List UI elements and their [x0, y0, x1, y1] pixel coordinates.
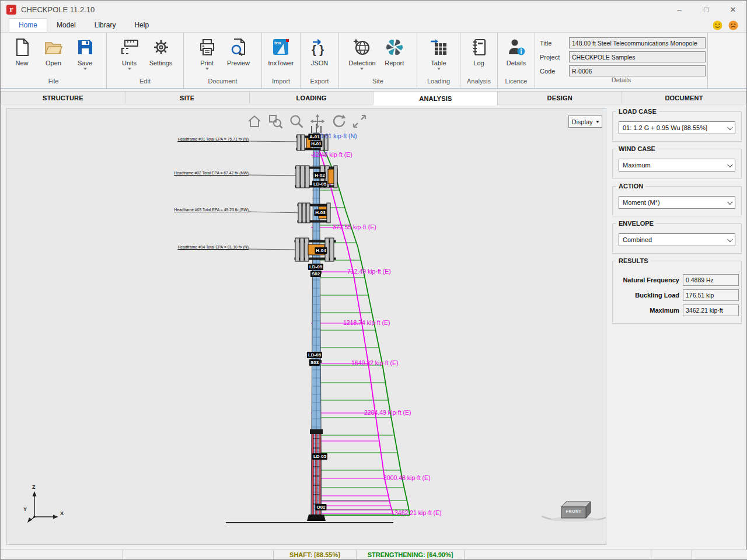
ribbon-spacer [708, 33, 746, 88]
envelope-label: ENVELOPE [616, 220, 656, 227]
group-label-edit: Edit [107, 78, 183, 88]
save-dropdown-arrow-icon[interactable] [83, 68, 87, 70]
group-label-analysis: Analysis [460, 78, 497, 88]
tab-site[interactable]: SITE [125, 91, 250, 104]
app-logo-icon: r [6, 5, 16, 15]
moment-label: 3462.21 kip·ft (E) [395, 509, 442, 516]
tab-document[interactable]: DOCUMENT [622, 91, 746, 104]
envelope-select[interactable]: Combined [619, 233, 735, 246]
results-group: RESULTS Natural Frequency 0.4889 Hz Buck… [612, 261, 742, 324]
new-button[interactable]: New [7, 35, 37, 66]
svg-text:tnx: tnx [274, 40, 282, 46]
buckling-load-value: 176.51 kip [683, 289, 739, 301]
fullscreen-button[interactable] [351, 113, 367, 129]
envelope-group: ENVELOPE Combined [612, 223, 742, 254]
ribbon-group-site: Detection Report [339, 33, 417, 88]
menu-library[interactable]: Library [85, 19, 125, 32]
chevron-down-icon [727, 162, 733, 167]
report-button[interactable]: Report [379, 35, 410, 66]
print-icon [198, 37, 217, 58]
action-select[interactable]: Moment (M*) [619, 196, 735, 209]
status-cell [123, 550, 274, 559]
save-floppy-icon [76, 37, 95, 58]
wind-case-label: WIND CASE [616, 145, 658, 152]
headframe-4-callout: Headframe #04 Total EPA = 81.10 ft² (N) [167, 245, 249, 249]
detection-dropdown-arrow-icon[interactable] [360, 68, 364, 70]
table-dropdown-arrow-icon[interactable] [437, 68, 441, 70]
pole-tag: LD-05 [312, 181, 327, 187]
natural-frequency-value: 0.4889 Hz [683, 274, 739, 286]
project-field[interactable]: CHECKPOLE Samples [569, 51, 706, 62]
display-dropdown-button[interactable]: Display [568, 116, 602, 128]
pole-tag: S03 [309, 359, 320, 366]
app-window: r CHECKPOLE 11.2.10 – □ ✕ Home Model Lib… [0, 0, 747, 560]
group-label-details: Details [535, 76, 707, 87]
tnxtower-button[interactable]: tnx tnxTower [266, 35, 296, 66]
chevron-down-icon [727, 124, 733, 130]
table-button[interactable]: Table [424, 35, 454, 70]
load-case-select[interactable]: 01: 1.2 G + 0.95 Wu [88.55%] [619, 121, 735, 134]
settings-button[interactable]: Settings [146, 35, 176, 66]
preview-icon [229, 37, 248, 58]
details-button[interactable]: Details [501, 35, 532, 66]
sad-feedback-icon[interactable] [728, 20, 738, 30]
print-dropdown-arrow-icon[interactable] [205, 68, 209, 70]
minimize-button[interactable]: – [666, 1, 693, 18]
moment-label: 712.49 kip·ft (E) [347, 268, 391, 275]
tab-analysis[interactable]: ANALYSIS [374, 91, 498, 106]
title-field-label: Title [540, 40, 566, 47]
moment-envelope-east [316, 142, 393, 515]
moment-envelope-combined [317, 142, 410, 515]
title-field[interactable]: 148.00 ft Steel Telecommunications Monop… [569, 37, 706, 48]
axis-y-label: Y [23, 506, 27, 512]
results-label: RESULTS [616, 257, 651, 264]
chevron-down-icon [727, 199, 733, 205]
tab-structure[interactable]: STRUCTURE [1, 91, 125, 104]
group-label-export: Export [301, 78, 338, 88]
detection-button[interactable]: Detection [346, 35, 378, 70]
home-view-button[interactable] [246, 113, 262, 129]
analysis-view: Display Headframe #01 Total EPA = 75.71 … [1, 104, 746, 551]
zoom-window-button[interactable] [267, 113, 283, 129]
strengthening-utilization-status: STRENGTHENING: [64.90%] [357, 550, 465, 559]
log-button[interactable]: Log [464, 35, 494, 66]
units-dropdown-arrow-icon[interactable] [128, 68, 131, 70]
menu-help[interactable]: Help [125, 19, 158, 32]
tab-design[interactable]: DESIGN [498, 91, 622, 104]
pan-button[interactable] [309, 113, 325, 129]
code-field[interactable]: R-0006 [569, 65, 706, 76]
save-button[interactable]: Save [70, 35, 100, 70]
json-button[interactable]: { } JSON [305, 35, 335, 66]
preview-button[interactable]: Preview [224, 35, 254, 66]
zoom-button[interactable] [288, 113, 304, 129]
ribbon-group-loading: Table Loading [417, 33, 460, 88]
ribbon-group-details: Title 148.00 ft Steel Telecommunications… [535, 33, 708, 88]
maximum-label: Maximum [619, 307, 679, 314]
model-canvas[interactable]: Display Headframe #01 Total EPA = 75.71 … [6, 108, 606, 545]
print-button[interactable]: Print [192, 35, 222, 70]
group-label-site: Site [339, 78, 417, 88]
close-button[interactable]: ✕ [720, 1, 746, 18]
units-button[interactable]: Units [114, 35, 145, 70]
json-braces-icon: { } [310, 37, 330, 58]
happy-feedback-icon[interactable] [713, 20, 722, 30]
wind-case-select[interactable]: Maximum [619, 159, 735, 172]
group-label-licence: Licence [498, 78, 535, 88]
pole-tag: H-03 [314, 209, 326, 216]
display-dropdown-arrow-icon [596, 121, 599, 123]
natural-frequency-label: Natural Frequency [619, 276, 679, 284]
project-field-label: Project [540, 54, 566, 61]
menu-model[interactable]: Model [47, 19, 85, 32]
axis-x-label: X [60, 510, 64, 516]
rotate-reset-button[interactable] [330, 113, 346, 129]
open-button[interactable]: Open [39, 35, 69, 66]
load-case-group: LOAD CASE 01: 1.2 G + 0.95 Wu [88.55%] [612, 111, 742, 142]
pole-tag: A-01 [308, 134, 320, 140]
display-label: Display [571, 118, 592, 125]
maximize-button[interactable]: □ [693, 1, 720, 18]
menu-home[interactable]: Home [9, 18, 47, 32]
tab-loading[interactable]: LOADING [250, 91, 374, 104]
pole-tag: LD-05 [312, 453, 327, 460]
base-flange [307, 514, 326, 521]
ribbon-group-licence: Details Licence [498, 33, 535, 88]
